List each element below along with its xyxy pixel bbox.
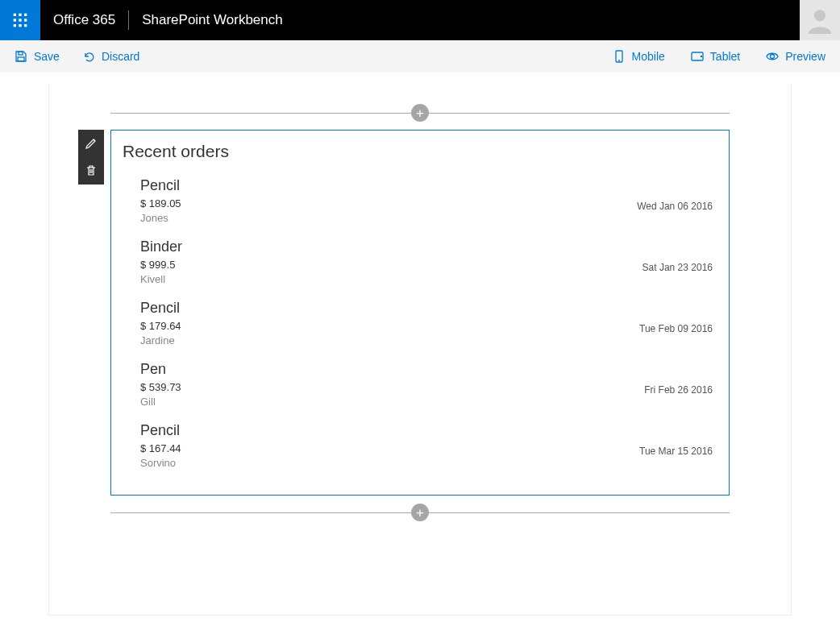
svg-rect-1 — [19, 14, 21, 16]
order-product: Pencil — [140, 422, 639, 439]
canvas-wrapper: + Recent orders Pencil$ 189.05JonesWed J… — [0, 73, 840, 616]
order-date: Fri Feb 26 2016 — [644, 384, 713, 396]
order-product: Pen — [140, 361, 644, 378]
order-left: Pen$ 539.73Gill — [140, 361, 644, 408]
svg-rect-10 — [19, 52, 23, 55]
order-item: Pen$ 539.73GillFri Feb 26 2016 — [123, 358, 713, 419]
delete-webpart-button[interactable] — [78, 157, 104, 185]
order-price: $ 999.5 — [140, 259, 642, 271]
mobile-icon — [613, 50, 626, 63]
save-icon — [15, 50, 27, 63]
order-left: Pencil$ 167.44Sorvino — [140, 422, 639, 469]
app-header: Office 365 SharePoint Workbench — [0, 0, 840, 40]
command-bar: Save Discard Mobile Tablet Preview — [0, 40, 840, 73]
tablet-icon — [691, 50, 704, 63]
section-divider-bottom: + — [110, 508, 730, 517]
order-date: Wed Jan 06 2016 — [637, 201, 713, 212]
webpart-title: Recent orders — [123, 142, 713, 161]
add-section-button[interactable]: + — [411, 104, 429, 122]
tablet-button[interactable]: Tablet — [691, 50, 740, 63]
discard-label: Discard — [102, 50, 139, 63]
order-date: Sat Jan 23 2016 — [642, 262, 713, 273]
order-product: Pencil — [140, 177, 637, 194]
order-left: Pencil$ 179.64Jardine — [140, 300, 639, 346]
add-section-button[interactable]: + — [411, 504, 429, 521]
order-item: Pencil$ 179.64JardineTue Feb 09 2016 — [123, 296, 713, 358]
order-item: Pencil$ 167.44SorvinoTue Mar 15 2016 — [123, 419, 713, 480]
svg-rect-6 — [14, 24, 16, 27]
svg-rect-0 — [14, 14, 16, 16]
order-item: Pencil$ 189.05JonesWed Jan 06 2016 — [123, 174, 713, 235]
svg-rect-5 — [24, 19, 27, 21]
order-date: Tue Feb 09 2016 — [639, 323, 713, 334]
app-launcher-button[interactable] — [0, 0, 40, 40]
workbench-canvas: + Recent orders Pencil$ 189.05JonesWed J… — [48, 84, 792, 616]
person-icon — [806, 6, 834, 34]
trash-icon — [85, 164, 98, 177]
user-menu-button[interactable] — [800, 0, 840, 40]
waffle-icon — [12, 12, 28, 28]
order-person: Jardine — [140, 334, 639, 346]
order-left: Binder$ 999.5Kivell — [140, 238, 642, 285]
webpart-controls — [78, 130, 104, 185]
brand-label: Office 365 — [40, 0, 128, 40]
preview-label: Preview — [785, 50, 825, 63]
svg-rect-3 — [14, 19, 16, 21]
order-price: $ 539.73 — [140, 381, 644, 393]
order-price: $ 189.05 — [140, 197, 637, 209]
order-price: $ 179.64 — [140, 320, 639, 332]
svg-point-16 — [771, 55, 775, 59]
save-label: Save — [34, 50, 60, 63]
section-divider-top: + — [110, 108, 730, 118]
svg-rect-11 — [18, 57, 24, 61]
preview-button[interactable]: Preview — [766, 50, 825, 63]
order-person: Sorvino — [140, 457, 639, 469]
undo-icon — [82, 50, 95, 63]
mobile-button[interactable]: Mobile — [613, 50, 665, 63]
svg-rect-8 — [24, 24, 27, 27]
order-date: Tue Mar 15 2016 — [639, 446, 713, 457]
svg-rect-4 — [19, 19, 21, 21]
order-price: $ 167.44 — [140, 442, 639, 454]
discard-button[interactable]: Discard — [82, 50, 139, 63]
edit-webpart-button[interactable] — [78, 130, 104, 157]
order-person: Gill — [140, 396, 644, 408]
mobile-label: Mobile — [632, 50, 665, 63]
svg-point-9 — [814, 10, 825, 21]
svg-rect-2 — [24, 14, 27, 16]
order-person: Jones — [140, 212, 637, 224]
order-left: Pencil$ 189.05Jones — [140, 177, 637, 224]
pencil-icon — [85, 137, 98, 150]
svg-point-15 — [701, 56, 701, 56]
order-item: Binder$ 999.5KivellSat Jan 23 2016 — [123, 235, 713, 296]
save-button[interactable]: Save — [15, 50, 60, 63]
eye-icon — [766, 50, 779, 63]
app-title: SharePoint Workbench — [129, 0, 296, 40]
order-product: Pencil — [140, 300, 639, 317]
order-product: Binder — [140, 238, 642, 255]
tablet-label: Tablet — [710, 50, 740, 63]
svg-rect-7 — [19, 24, 21, 27]
orders-list: Pencil$ 189.05JonesWed Jan 06 2016Binder… — [123, 174, 713, 480]
order-person: Kivell — [140, 273, 642, 285]
webpart-row: Recent orders Pencil$ 189.05JonesWed Jan… — [78, 130, 730, 496]
recent-orders-webpart[interactable]: Recent orders Pencil$ 189.05JonesWed Jan… — [110, 130, 730, 496]
